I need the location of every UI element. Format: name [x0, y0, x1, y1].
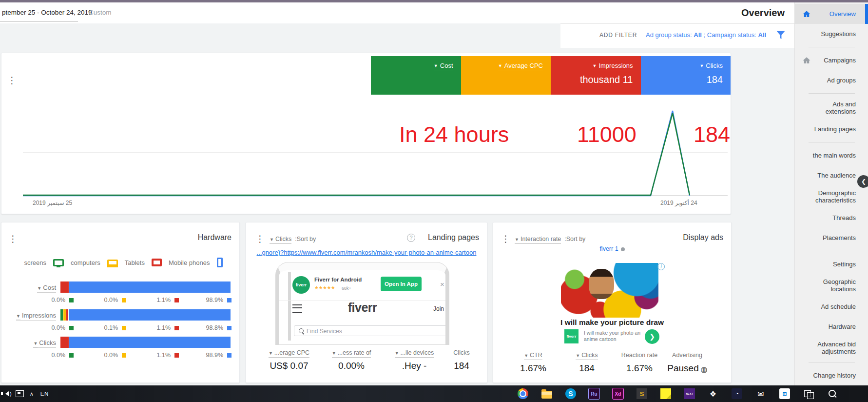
ms-store-icon[interactable]: ⊞	[778, 387, 791, 400]
metric--erage-cpc[interactable]: ▼...erage CPCUS$ 0.07	[257, 349, 321, 371]
home-icon	[802, 56, 811, 65]
display-card-menu-icon[interactable]: ⋮	[501, 234, 510, 243]
adobe-xd-icon[interactable]: Xd	[612, 387, 624, 400]
metric-tab-impressions[interactable]: ▼Impressionsthousand 11	[551, 56, 641, 95]
percent-row-cost: 0.0%0.0%1.1%98.9%	[21, 297, 231, 303]
task-frames-icon[interactable]	[802, 387, 815, 400]
gauge-icon[interactable]: ◔	[731, 387, 743, 400]
join-link[interactable]: Join	[433, 305, 444, 312]
landing-card-title: Landing pages	[428, 233, 479, 242]
find-services-search-input[interactable]: Find Services	[294, 325, 449, 336]
metric-tab-clicks[interactable]: ▼Clicks184	[641, 56, 731, 95]
help-icon[interactable]: ?	[407, 234, 415, 242]
chart-card-menu-icon[interactable]: ⋮	[7, 76, 17, 85]
sidebar-item-the-main-words[interactable]: the main words	[795, 145, 868, 165]
paused-icon: ❚❚	[701, 367, 707, 373]
landing-card-menu-icon[interactable]: ⋮	[255, 234, 265, 243]
metric-tab-label[interactable]: ▼Average CPC	[498, 62, 543, 71]
nzxt-cam-icon[interactable]: NZXT	[683, 387, 696, 400]
metric-label[interactable]: ▼...erage CPC	[257, 349, 321, 356]
sidebar-item-ads-and[interactable]: Ads and extensions	[795, 97, 868, 119]
metric-label[interactable]: ▼...ess rate of	[320, 349, 383, 356]
sidebar-item-placements[interactable]: Placements	[795, 228, 868, 248]
hardware-card-menu-icon[interactable]: ⋮	[8, 234, 18, 243]
percent-cell: 1.1%	[126, 352, 179, 359]
display-ads-card: ⋮ ▼Interaction rate :Sort by Display ads…	[493, 222, 732, 383]
metric-tabs: ▼Cost▼Average CPC▼Impressionsthousand 11…	[371, 56, 731, 95]
sidebar-item-ad-groups[interactable]: Ad groups	[795, 70, 868, 90]
policy-dot-icon	[621, 247, 625, 251]
banner-close-icon[interactable]: ×	[440, 280, 444, 288]
sidebar-item-overview[interactable]: Overview	[795, 4, 868, 24]
sidebar-item-demographic[interactable]: Demographic characteristics	[795, 185, 868, 208]
dropbox-icon[interactable]: ❖	[707, 387, 719, 400]
info-icon[interactable]: i	[657, 263, 665, 270]
navigation-sidebar: OverviewSuggestionsCampaignsAd groupsAds…	[794, 2, 868, 385]
search-icon[interactable]	[826, 387, 838, 400]
bar-segment	[69, 309, 231, 321]
landing-sort-control[interactable]: ▼Clicks :Sort by	[270, 236, 316, 242]
metric-tab-label[interactable]: ▼Cost	[434, 62, 453, 71]
search-icon	[299, 328, 304, 333]
metric--ess-rate-of[interactable]: ▼...ess rate of0.00%	[320, 349, 383, 371]
skype-icon[interactable]: S	[564, 387, 577, 400]
date-range-selector[interactable]: ptember 25 - October 24, 2019	[2, 9, 92, 16]
sidebar-item-landing-pages[interactable]: Landing pages	[795, 119, 868, 139]
sidebar-divider	[809, 93, 855, 94]
metric-value: 0.00%	[320, 361, 383, 371]
hardware-row-sort-impressions[interactable]: ▼Impressions	[1, 312, 56, 319]
add-filter-button[interactable]: ADD FILTER	[599, 32, 637, 39]
stacked-bar-clicks	[60, 337, 231, 348]
bar-segment	[66, 309, 68, 321]
metric-tab-label[interactable]: ▼Impressions	[593, 62, 633, 71]
sidebar-item-hardware[interactable]: Hardware	[795, 317, 868, 337]
premiere-rush-icon[interactable]: Ru	[588, 387, 600, 400]
hardware-row-sort-clicks[interactable]: ▼Clicks	[1, 339, 56, 346]
mail-icon[interactable]: ✉	[754, 387, 767, 400]
chevron-up-icon[interactable]: ∧	[30, 391, 34, 397]
sidebar-item-ad-schedule[interactable]: Ad schedule	[795, 297, 868, 317]
annotation-impressions-value: 11000	[577, 123, 637, 145]
sidebar-item-geographic[interactable]: Geographic locations	[795, 274, 868, 297]
volume-icon[interactable]	[3, 391, 9, 396]
filter-funnel-icon[interactable]	[776, 31, 785, 39]
percent-row-clicks: 0.0%0.0%1.1%98.9%	[21, 352, 231, 359]
next-arrow-button[interactable]: ❯	[645, 329, 659, 344]
language-indicator[interactable]: EN	[40, 391, 49, 397]
file-explorer-icon[interactable]	[540, 387, 553, 400]
metric-tab-label[interactable]: ▼Clicks	[699, 62, 723, 71]
campaign-status-filter[interactable]: Ad group status: All ; Campaign status: …	[646, 31, 766, 39]
sidebar-item-advanced-bid[interactable]: Advanced bid adjustments	[795, 337, 868, 359]
sidebar-item-change-history[interactable]: Change history	[795, 365, 868, 385]
metric-value: Paused❚❚	[656, 363, 719, 374]
sidebar-item-settings[interactable]: Settings	[795, 254, 868, 274]
fiverr-app-name: Fiverr for Android	[314, 277, 362, 282]
sublime-icon[interactable]: S	[636, 387, 648, 400]
color-swatch-icon	[227, 298, 231, 302]
display-sort-control[interactable]: ▼Interaction rate :Sort by	[515, 236, 585, 242]
hardware-row-sort-cost[interactable]: ▼Cost	[1, 284, 56, 291]
metric-tab-cost[interactable]: ▼Cost	[371, 56, 461, 95]
percent-cell: 1.1%	[126, 297, 179, 303]
chrome-icon[interactable]	[517, 387, 529, 400]
color-swatch-icon	[69, 298, 74, 302]
sidebar-collapse-button[interactable]: ❮	[857, 175, 868, 188]
percent-cell: 0.0%	[74, 297, 126, 303]
sidebar-item-campaigns[interactable]: Campaigns	[795, 50, 868, 70]
windows-start-icon[interactable]	[849, 387, 862, 400]
metric-tab-average-cpc[interactable]: ▼Average CPC	[461, 56, 551, 95]
landing-page-url-link[interactable]: ...gnore}?https://www.fiverr.com/mrankos…	[256, 249, 477, 256]
monitor-icon	[53, 259, 64, 266]
open-in-app-button[interactable]: Open In App	[381, 277, 422, 291]
sidebar-item-suggestions[interactable]: Suggestions	[795, 24, 868, 44]
fiverr-app-banner: fiverr Fiverr for Android ★★★★★ 68k+ Ope…	[279, 270, 445, 301]
metric-advertising: AdvertisingPaused❚❚	[656, 352, 719, 374]
percent-cell: 98.8%	[179, 324, 231, 331]
ad-name-link[interactable]: fiverr 1	[493, 245, 731, 252]
sidebar-item-threads[interactable]: Threads	[795, 208, 868, 228]
hardware-card: ⋮ Hardware screenscomputersTabletsMobile…	[1, 222, 240, 383]
percent-cell: 1.1%	[126, 324, 179, 331]
display-network-icon[interactable]	[16, 390, 24, 397]
date-mode-label[interactable]: Custom	[89, 9, 112, 16]
sticky-notes-icon[interactable]	[659, 387, 672, 400]
